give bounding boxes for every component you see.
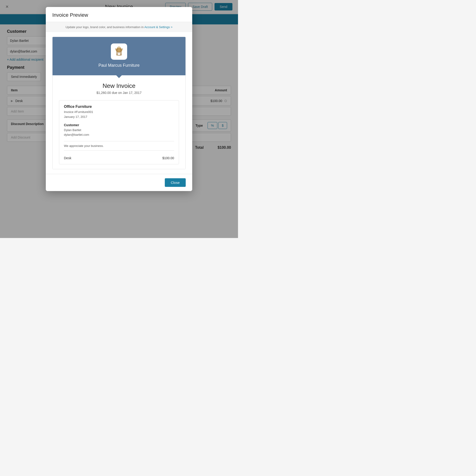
modal-body: Paul Marcus Furniture New Invoice $1,260…: [46, 32, 192, 174]
customer-label: Customer: [64, 123, 174, 127]
invoice-item-label: Desk: [64, 156, 71, 160]
customer-email-display: dylan@bartlet.com: [64, 133, 89, 136]
invoice-number: Invoice #Furniture001: [64, 110, 93, 114]
invoice-card-title: New Invoice: [59, 82, 179, 89]
invoice-card-body: New Invoice $1,260.00 due on Jan 17, 201…: [52, 75, 186, 169]
invoice-meta: Invoice #Furniture001 January 17, 2017: [64, 110, 174, 119]
modal-overlay: Invoice Preview Update your logo, brand …: [0, 0, 238, 238]
company-logo: [111, 43, 127, 60]
divider-2: [64, 150, 174, 151]
divider-1: [64, 141, 174, 141]
details-company-name: Office Furniture: [64, 105, 174, 109]
invoice-message: We appreciate your business.: [64, 144, 174, 148]
customer-info: Dylan Bartlet dylan@bartlet.com: [64, 128, 174, 137]
invoice-card: Paul Marcus Furniture New Invoice $1,260…: [52, 37, 186, 169]
modal-footer: Close: [46, 174, 192, 191]
invoice-details-box: Office Furniture Invoice #Furniture001 J…: [59, 100, 179, 164]
settings-link[interactable]: Account & Settings >: [144, 25, 172, 29]
close-modal-button[interactable]: Close: [165, 178, 186, 187]
invoice-card-header: Paul Marcus Furniture: [52, 37, 186, 75]
customer-name-display: Dylan Bartlet: [64, 128, 81, 132]
modal-title: Invoice Preview: [52, 12, 88, 18]
invoice-item-amount: $100.00: [162, 156, 174, 160]
chair-icon: [113, 46, 125, 57]
invoice-preview-modal: Invoice Preview Update your logo, brand …: [46, 7, 192, 191]
modal-header: Invoice Preview: [46, 7, 192, 22]
company-name: Paul Marcus Furniture: [98, 63, 139, 68]
invoice-date: January 17, 2017: [64, 115, 87, 119]
modal-info-bar: Update your logo, brand color, and busin…: [46, 22, 192, 32]
info-text: Update your logo, brand color, and busin…: [66, 25, 144, 29]
invoice-item-row: Desk $100.00: [64, 153, 174, 160]
card-triangle: [116, 75, 122, 78]
invoice-due: $1,260.00 due on Jan 17, 2017: [59, 91, 179, 95]
